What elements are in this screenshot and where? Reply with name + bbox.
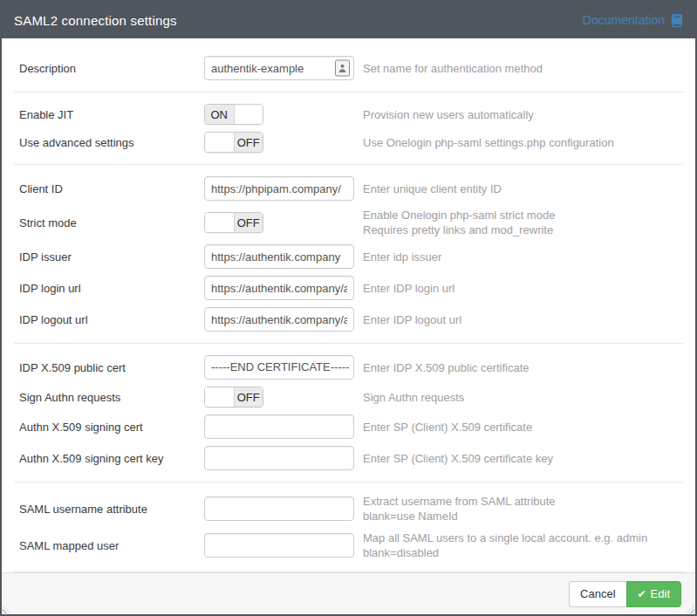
help-text-line: Sign Authn requests — [363, 390, 464, 405]
help-text: Use Onelogin php-saml settings.php confi… — [363, 135, 614, 150]
section-divider — [14, 343, 683, 344]
field-label-saml-mapped-user: SAML mapped user — [19, 539, 204, 552]
field-label-idp-x-509-public-cert: IDP X.509 public cert — [19, 361, 204, 374]
form-row-idp-issuer: IDP issuerEnter idp issuer — [2, 241, 695, 272]
help-text: Provision new users automatically — [363, 107, 534, 122]
use-advanced-settings-toggle[interactable]: OFF — [204, 132, 263, 153]
help-text: Map all SAML users to a single local acc… — [363, 530, 647, 560]
field-control: OFF — [204, 212, 354, 233]
help-text-line: Enter IDP X.509 public certificate — [363, 360, 530, 375]
help-text-line: Enter SP (Client) X.509 certificate — [363, 420, 532, 435]
documentation-link[interactable]: Documentation — [583, 13, 683, 27]
form-row-enable-jit: Enable JITONProvision new users automati… — [2, 100, 695, 128]
form-row-authn-x-509-signing-cert-key: Authn X.509 signing cert keyEnter SP (Cl… — [2, 442, 695, 474]
help-text: Extract username from SAML attributeblan… — [363, 494, 556, 524]
form-row-idp-login-url: IDP login urlEnter IDP login url — [2, 272, 695, 304]
check-icon: ✔ — [638, 589, 646, 599]
field-label-idp-logout-url: IDP logout url — [19, 313, 204, 326]
authn-x-509-signing-cert-textarea[interactable] — [204, 414, 354, 439]
form-row-idp-logout-url: IDP logout urlEnter IDP logout url — [2, 304, 695, 335]
help-text-line: Map all SAML users to a single local acc… — [363, 530, 647, 545]
field-label-description: Description — [19, 62, 204, 75]
field-control — [204, 446, 354, 470]
field-control — [204, 533, 354, 558]
help-text-line: Enable Onelogin php-saml strict mode — [363, 208, 555, 222]
saml2-settings-dialog: SAML2 connection settings Documentation … — [0, 0, 697, 616]
toggle-knob — [205, 387, 234, 407]
edit-button[interactable]: ✔ Edit — [626, 581, 681, 607]
sign-authn-requests-toggle[interactable]: OFF — [204, 387, 263, 407]
section-divider — [14, 164, 683, 165]
field-label-use-advanced-settings: Use advanced settings — [19, 136, 204, 149]
field-control: OFF — [204, 132, 354, 153]
help-text-line: Enter IDP logout url — [363, 312, 461, 327]
help-text: Enter IDP X.509 public certificate — [363, 360, 530, 375]
idp-issuer-input[interactable] — [204, 244, 354, 269]
form-row-idp-x-509-public-cert: IDP X.509 public cert-----END CERTIFICAT… — [2, 352, 695, 383]
authn-x-509-signing-cert-key-textarea[interactable] — [204, 446, 354, 470]
section-divider — [14, 92, 683, 92]
cancel-button[interactable]: Cancel — [569, 581, 625, 607]
toggle-state-label: OFF — [234, 387, 263, 407]
help-text: Enter IDP logout url — [363, 312, 461, 327]
field-control — [204, 307, 354, 332]
toggle-state-label: ON — [205, 105, 235, 124]
field-control — [204, 244, 354, 269]
form-row-use-advanced-settings: Use advanced settingsOFFUse Onelogin php… — [2, 128, 695, 156]
dialog-footer: Cancel ✔ Edit — [2, 572, 695, 614]
form-row-authn-x-509-signing-cert: Authn X.509 signing certEnter SP (Client… — [2, 411, 695, 442]
field-label-saml-username-attribute: SAML username attribute — [19, 503, 204, 516]
help-text: Enter SP (Client) X.509 certificate — [363, 420, 532, 435]
field-control — [204, 56, 354, 80]
field-control: ON — [204, 104, 354, 125]
help-text-line: Enter SP (Client) X.509 certificate key — [363, 451, 553, 466]
description-input[interactable] — [204, 56, 354, 80]
help-text-line: Enter unique client entity ID — [363, 181, 502, 196]
strict-mode-toggle[interactable]: OFF — [204, 212, 263, 233]
help-text-line: Extract username from SAML attribute — [363, 494, 556, 509]
help-text: Enter SP (Client) X.509 certificate key — [363, 451, 553, 466]
toggle-state-label: OFF — [234, 213, 263, 232]
field-control — [204, 276, 354, 300]
help-text: Enable Onelogin php-saml strict modeRequ… — [363, 208, 555, 237]
field-label-strict-mode: Strict mode — [19, 216, 204, 229]
idp-logout-url-input[interactable] — [204, 307, 354, 332]
client-id-input[interactable] — [204, 176, 354, 201]
form-row-description: DescriptionSet name for authentication m… — [2, 52, 695, 84]
field-label-authn-x-509-signing-cert: Authn X.509 signing cert — [19, 421, 204, 434]
saml-mapped-user-input[interactable] — [204, 533, 354, 558]
help-text-line: Use Onelogin php-saml settings.php confi… — [363, 135, 614, 150]
help-text-line: blank=use NameId — [363, 509, 556, 524]
help-text: Enter unique client entity ID — [363, 181, 502, 196]
form-row-strict-mode: Strict modeOFFEnable Onelogin php-saml s… — [2, 204, 695, 241]
form-row-client-id: Client IDEnter unique client entity ID — [2, 173, 695, 204]
idp-x-509-public-cert-textarea[interactable]: -----END CERTIFICATE----- — [204, 355, 354, 380]
saml-username-attribute-input[interactable] — [204, 496, 354, 521]
dialog-header: SAML2 connection settings Documentation — [2, 2, 695, 38]
help-text: Enter idp issuer — [363, 250, 441, 264]
toggle-knob — [205, 133, 234, 152]
help-text: Sign Authn requests — [363, 390, 464, 405]
form-row-saml-username-attribute: SAML username attributeExtract username … — [2, 490, 695, 527]
help-text-line: Enter idp issuer — [363, 250, 441, 264]
field-control — [204, 176, 354, 201]
field-label-idp-login-url: IDP login url — [19, 282, 204, 295]
section-divider — [14, 482, 683, 483]
enable-jit-toggle[interactable]: ON — [204, 104, 263, 125]
dialog-body: DescriptionSet name for authentication m… — [2, 38, 695, 572]
help-text: Enter IDP login url — [363, 281, 454, 296]
help-text-line: Requires pretty links and mod_rewrite — [363, 222, 555, 237]
book-icon — [670, 14, 683, 27]
help-text-line: Provision new users automatically — [363, 107, 534, 122]
field-control — [204, 414, 354, 439]
field-control — [204, 496, 354, 521]
field-control: -----END CERTIFICATE----- — [204, 355, 354, 380]
help-text-line: Set name for authentication method — [363, 61, 543, 76]
dialog-title: SAML2 connection settings — [14, 13, 177, 28]
toggle-state-label: OFF — [234, 133, 263, 152]
documentation-link-label: Documentation — [583, 13, 665, 27]
toggle-knob — [205, 213, 234, 232]
help-text: Set name for authentication method — [363, 61, 543, 76]
idp-login-url-input[interactable] — [204, 276, 354, 300]
form-row-saml-mapped-user: SAML mapped userMap all SAML users to a … — [2, 527, 695, 564]
